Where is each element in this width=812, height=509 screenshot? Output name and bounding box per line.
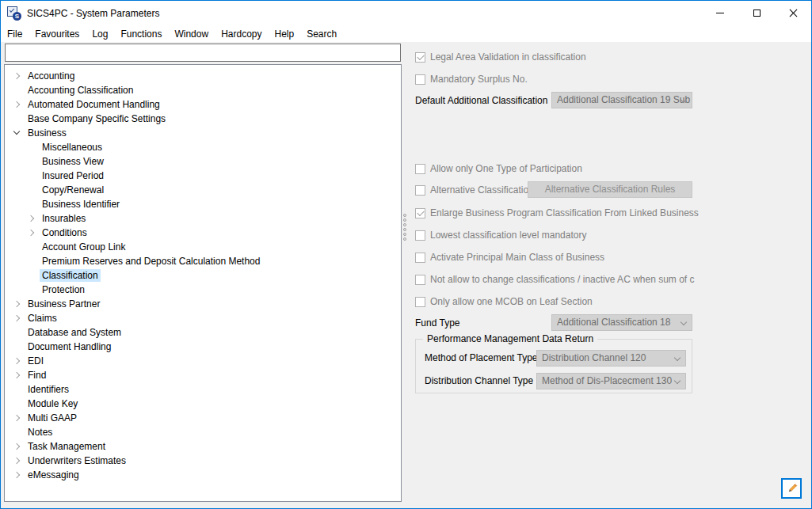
checkbox-only-allow-one-mcob-on-leaf-section[interactable] — [415, 297, 425, 307]
menu-item-help[interactable]: Help — [268, 27, 300, 41]
chevron-collapsed-icon[interactable] — [10, 468, 25, 482]
indent-spacer — [10, 83, 25, 97]
menu-bar: FileFavouritesLogFunctionsWindowHardcopy… — [1, 25, 811, 42]
menu-item-log[interactable]: Log — [86, 27, 114, 41]
tree-item-account-group-link[interactable]: Account Group Link — [5, 240, 401, 254]
tree-item-label: Premium Reserves and Deposit Calculation… — [40, 255, 262, 268]
dropdown-fund-type[interactable]: Additional Classification 18 — [551, 314, 692, 331]
tree-item-label: Business — [25, 127, 69, 139]
groupbox-row-distribution-channel-type: Distribution Channel TypeMethod of Dis-P… — [416, 373, 692, 389]
checkbox-allow-only-one-type-of-participation[interactable] — [415, 164, 425, 174]
tree-item-label: Account Group Link — [40, 241, 128, 253]
tree-item-document-handling[interactable]: Document Handling — [5, 340, 401, 354]
menu-item-file[interactable]: File — [1, 27, 29, 41]
tree-item-protection[interactable]: Protection — [5, 283, 401, 297]
menu-item-window[interactable]: Window — [168, 27, 215, 41]
tree-item-find[interactable]: Find — [5, 368, 401, 382]
chevron-collapsed-icon[interactable] — [10, 439, 25, 454]
indent-spacer — [10, 112, 25, 126]
chevron-collapsed-icon[interactable] — [10, 69, 25, 83]
tree-item-base-company-specific-settings[interactable]: Base Company Specific Settings — [5, 112, 401, 126]
checkbox-legal-area-validation-in-classification[interactable] — [415, 52, 425, 63]
chevron-collapsed-icon[interactable] — [10, 311, 25, 325]
checkbox-lowest-classification-level-mandatory[interactable] — [415, 230, 425, 241]
checkbox-alternative-classification[interactable] — [415, 185, 425, 196]
chevron-collapsed-icon[interactable] — [10, 297, 25, 311]
dropdown-default-additional-classification[interactable]: Additional Classification 19 Sub 4 — [551, 92, 692, 108]
app-icon: S — [7, 6, 21, 21]
chevron-collapsed-icon[interactable] — [10, 411, 25, 425]
row-allow-only-one-type-of-participation: Allow only One Type of Participation — [409, 160, 781, 177]
tree-item-miscellaneous[interactable]: Miscellaneous — [5, 140, 401, 154]
tree-item-label: Business View — [40, 155, 106, 168]
tree-item-edi[interactable]: EDI — [5, 354, 401, 368]
tree-item-business[interactable]: Business — [5, 126, 401, 140]
chevron-expanded-icon[interactable] — [10, 126, 25, 140]
tree-item-copy-renewal[interactable]: Copy/Renewal — [5, 183, 401, 197]
splitter[interactable] — [402, 64, 409, 502]
tree-item-notes[interactable]: Notes — [5, 425, 401, 439]
checkbox-label: Legal Area Validation in classification — [430, 51, 586, 63]
tree-item-label: Module Key — [25, 397, 80, 410]
tree-item-task-management[interactable]: Task Management — [5, 439, 401, 454]
indent-spacer — [10, 382, 25, 397]
button-alternative-classification-rules[interactable]: Alternative Classification Rules — [528, 181, 692, 198]
tree-item-claims[interactable]: Claims — [5, 311, 401, 325]
tree-item-business-partner[interactable]: Business Partner — [5, 297, 401, 311]
checkbox-mandatory-surplus-no[interactable] — [415, 74, 425, 85]
tree-item-business-identifier[interactable]: Business Identifier — [5, 197, 401, 211]
maximize-button[interactable] — [738, 1, 775, 25]
edit-button[interactable] — [781, 478, 802, 499]
chevron-collapsed-icon[interactable] — [10, 368, 25, 382]
tree-item-insured-period[interactable]: Insured Period — [5, 169, 401, 183]
tree-item-conditions[interactable]: Conditions — [5, 226, 401, 240]
title-bar: S SICS4PC - System Parameters — [1, 1, 811, 25]
menu-item-favourites[interactable]: Favourites — [29, 27, 86, 41]
indent-spacer — [24, 268, 40, 283]
tree-item-automated-document-handling[interactable]: Automated Document Handling — [5, 97, 401, 112]
chevron-collapsed-icon[interactable] — [10, 97, 25, 112]
tree-item-underwriters-estimates[interactable]: Underwriters Estimates — [5, 454, 401, 468]
tree-item-emessaging[interactable]: eMessaging — [5, 468, 401, 482]
tree-item-accounting[interactable]: Accounting — [5, 69, 401, 83]
tree-item-label: Multi GAAP — [25, 412, 79, 424]
minimize-button[interactable] — [702, 1, 738, 25]
menu-item-search[interactable]: Search — [300, 27, 343, 41]
checkbox-not-allow-to-change-classifications-inac[interactable] — [415, 275, 425, 285]
tree-item-business-view[interactable]: Business View — [5, 154, 401, 169]
tree-item-label: Document Handling — [25, 340, 113, 353]
checkbox-activate-principal-main-class-of-busines[interactable] — [415, 253, 425, 263]
close-button[interactable] — [775, 1, 811, 25]
tree-item-insurables[interactable]: Insurables — [5, 211, 401, 226]
chevron-collapsed-icon[interactable] — [10, 454, 25, 468]
tree-item-label: Business Partner — [25, 298, 102, 310]
tree-item-premium-reserves-and-deposit-calculation[interactable]: Premium Reserves and Deposit Calculation… — [5, 254, 401, 268]
tree-item-classification[interactable]: Classification — [5, 268, 401, 283]
chevron-down-icon — [674, 355, 680, 361]
tree-item-label: Find — [25, 369, 48, 382]
chevron-collapsed-icon[interactable] — [24, 226, 40, 240]
indent-spacer — [24, 140, 40, 154]
indent-spacer — [24, 283, 40, 297]
field-label-distribution-channel-type: Distribution Channel Type — [425, 375, 533, 386]
tree-item-multi-gaap[interactable]: Multi GAAP — [5, 411, 401, 425]
tree-item-label: Protection — [40, 283, 87, 296]
dropdown-method-of-placement-type[interactable]: Distribution Channel 120 — [536, 350, 686, 367]
checkbox-label: Alternative Classification — [430, 184, 534, 196]
chevron-collapsed-icon[interactable] — [24, 211, 40, 226]
menu-item-hardcopy[interactable]: Hardcopy — [215, 27, 268, 41]
tree-item-module-key[interactable]: Module Key — [5, 397, 401, 411]
tree-item-database-and-system[interactable]: Database and System — [5, 325, 401, 340]
dropdown-distribution-channel-type[interactable]: Method of Dis-Placecment 130 — [536, 373, 686, 389]
tree-item-label: Claims — [25, 312, 59, 325]
menu-item-functions[interactable]: Functions — [114, 27, 168, 41]
tree-item-accounting-classification[interactable]: Accounting Classification — [5, 83, 401, 97]
tree-item-label: Copy/Renewal — [40, 184, 106, 196]
tree-item-identifiers[interactable]: Identifiers — [5, 382, 401, 397]
chevron-collapsed-icon[interactable] — [10, 354, 25, 368]
tree-filter-input[interactable] — [5, 44, 401, 62]
checkbox-enlarge-business-program-classification-[interactable] — [415, 208, 425, 218]
indent-spacer — [24, 183, 40, 197]
row-fund-type: Fund TypeAdditional Classification 18 — [409, 314, 781, 332]
checkbox-label: Allow only One Type of Participation — [430, 163, 582, 174]
